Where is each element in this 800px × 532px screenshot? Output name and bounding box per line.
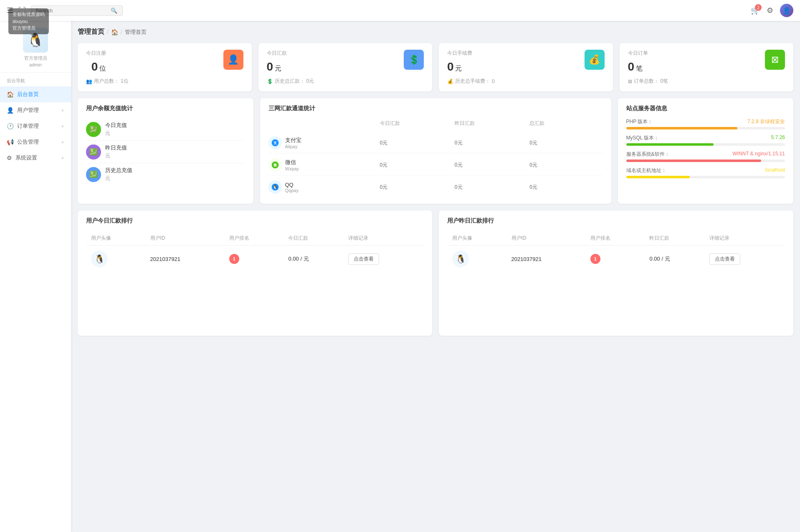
alipay-logo: 支 xyxy=(268,136,282,149)
col-userid-today: 用户ID xyxy=(145,231,224,246)
recharge-today: 💹 今日充值 元 xyxy=(86,118,245,141)
qq-today: 0元 xyxy=(380,177,453,197)
logo-image: 🐧 xyxy=(23,28,48,53)
stat-card-handling-fee: 今日手续费 0 元 💰 💰 历史总手续费： 0 xyxy=(439,43,613,91)
recharge-today-icon: 💹 xyxy=(86,122,101,137)
users-expand-icon[interactable]: + xyxy=(61,107,64,114)
td-detail-today: 点击查看 xyxy=(343,246,424,273)
ranking-today-table: 用户头像 用户ID 用户排名 今日汇款 详细记录 🐧 20210379 xyxy=(86,231,424,272)
stat-ord-label: 今日订单 xyxy=(628,50,648,57)
col-avatar-today: 用户头像 xyxy=(86,231,145,246)
stat-ord-footer-icon: ⊠ xyxy=(628,79,632,84)
stat-rem-unit: 元 xyxy=(275,65,281,72)
recharge-yesterday-icon: 💹 xyxy=(86,144,101,160)
topbar: ☰ ⛶ 🔍 🛒 2 ⚙ 👤 xyxy=(0,0,800,21)
sidebar-item-orders[interactable]: 🕐 订单管理 + xyxy=(0,118,71,134)
user-avatar[interactable]: 👤 xyxy=(780,4,793,17)
stat-fee-icon: 💰 xyxy=(585,50,605,70)
stat-ord-footer: ⊠ 订单总数： 0笔 xyxy=(628,78,785,85)
recharge-today-label: 今日充值 xyxy=(105,122,127,129)
stat-cards-row: 今日注册 0 位 👤 👥 用户总数： 1位 xyxy=(78,43,793,91)
expand-icon[interactable]: ⛶ xyxy=(18,6,26,15)
alipay-total: 0元 xyxy=(529,133,603,153)
sidebar-item-home-label: 后台首页 xyxy=(17,91,39,98)
sidebar-item-home[interactable]: 🏠 后台首页 xyxy=(0,86,71,102)
server-mysql: MySQL 版本： 5.7.26 xyxy=(626,134,785,146)
server-os: 服务器系统&软件： WINNT & nginx/1.15.11 xyxy=(626,151,785,162)
recharge-today-value: 元 xyxy=(105,130,127,137)
alipay-yesterday: 0元 xyxy=(455,133,528,153)
search-box: 🔍 xyxy=(31,5,123,16)
server-title: 站点服务器信息 xyxy=(626,105,785,112)
notification-badge: 2 xyxy=(755,4,762,11)
breadcrumb-current: 管理首页 xyxy=(125,28,147,36)
recharge-history-value: 元 xyxy=(105,175,132,182)
col-rank-today: 用户排名 xyxy=(224,231,284,246)
settings-expand-icon[interactable]: + xyxy=(61,155,64,161)
stat-card-registrations: 今日注册 0 位 👤 👥 用户总数： 1位 xyxy=(78,43,252,91)
ch-header-name xyxy=(268,118,378,131)
stat-card-remittance: 今日汇款 0 元 💲 💲 历史总汇款： 0元 xyxy=(258,43,433,91)
col-rank-yest: 用户排名 xyxy=(585,231,645,246)
users-icon: 👤 xyxy=(7,107,14,114)
stat-reg-label: 今日注册 xyxy=(86,50,106,57)
notification-bell-wrap[interactable]: 🛒 2 xyxy=(751,6,760,15)
stat-reg-unit: 位 xyxy=(99,65,106,72)
stat-reg-icon: 👤 xyxy=(223,50,243,70)
wechat-yesterday: 0元 xyxy=(455,155,528,175)
avatar-qq-yest: 🐧 xyxy=(452,251,469,267)
view-detail-today-btn[interactable]: 点击查看 xyxy=(348,253,379,265)
channels-card: 三网汇款通道统计 今日汇款 昨日汇款 总汇款 支 支付宝 Alipay xyxy=(260,98,611,204)
topbar-left: ☰ ⛶ 🔍 xyxy=(7,5,123,16)
stat-rem-footer-icon: 💲 xyxy=(267,79,273,84)
col-amount-yest: 昨日汇款 xyxy=(644,231,704,246)
sidebar-item-users-label: 用户管理 xyxy=(17,106,39,114)
channel-qq-name: 🐧 QQ Qqpay xyxy=(268,177,378,197)
td-avatar-today: 🐧 xyxy=(86,246,145,273)
sidebar: 🐧 官方管理员 admin 后台导航 🏠 后台首页 👤 用户管理 + 🕐 订单管… xyxy=(0,0,71,532)
settings-icon: ⚙ xyxy=(7,155,12,161)
svg-text:🐧: 🐧 xyxy=(273,184,278,190)
orders-icon: 🕐 xyxy=(7,123,14,129)
view-detail-yest-btn[interactable]: 点击查看 xyxy=(709,253,740,265)
wechat-total: 0元 xyxy=(529,155,603,175)
stat-fee-unit: 元 xyxy=(455,65,462,72)
server-php: PHP 版本： 7.2.9 非绿程安全 xyxy=(626,118,785,129)
ranking-today-card: 用户今日汇款排行 用户头像 用户ID 用户排名 今日汇款 详细记录 xyxy=(78,210,432,336)
main-content: 管理首页 / 🏠 / 管理首页 今日注册 0 位 👤 xyxy=(71,0,800,532)
wechat-logo: 微 xyxy=(268,158,282,172)
menu-icon[interactable]: ☰ xyxy=(7,6,13,15)
bottom-rankings: 用户今日汇款排行 用户头像 用户ID 用户排名 今日汇款 详细记录 xyxy=(78,210,793,336)
channels-title: 三网汇款通道统计 xyxy=(268,105,603,112)
gear-icon[interactable]: ⚙ xyxy=(767,6,773,15)
stat-rem-label: 今日汇款 xyxy=(267,50,287,57)
search-input[interactable] xyxy=(35,8,111,14)
sidebar-item-users[interactable]: 👤 用户管理 + xyxy=(0,102,71,118)
td-rank-yest: 1 xyxy=(585,246,645,273)
svg-text:微: 微 xyxy=(273,163,277,167)
td-userid-today: 2021037921 xyxy=(145,246,224,273)
orders-expand-icon[interactable]: + xyxy=(61,123,64,129)
server-card: 站点服务器信息 PHP 版本： 7.2.9 非绿程安全 MySQL 版本： 5.… xyxy=(618,98,794,204)
recharge-card: 用户余额充值统计 💹 今日充值 元 💹 昨日充值 元 💹 xyxy=(78,98,253,204)
sidebar-item-orders-label: 订单管理 xyxy=(17,122,39,130)
announcements-icon: 📢 xyxy=(7,139,14,145)
sidebar-nav-label: 后台导航 xyxy=(0,73,71,86)
sidebar-item-announcements[interactable]: 📢 公告管理 + xyxy=(0,134,71,150)
stat-fee-value: 0 xyxy=(447,60,454,73)
avatar-qq-today: 🐧 xyxy=(91,251,108,267)
announcements-expand-icon[interactable]: + xyxy=(61,139,64,145)
sidebar-logo: 🐧 官方管理员 admin xyxy=(0,21,71,73)
col-detail-today: 详细记录 xyxy=(343,231,424,246)
breadcrumb-home-icon[interactable]: 🏠 xyxy=(111,29,118,35)
qq-logo: 🐧 xyxy=(268,180,282,194)
server-domain: 域名或主机地址： localhost xyxy=(626,167,785,178)
sidebar-item-settings[interactable]: ⚙ 系统设置 + xyxy=(0,150,71,166)
stat-rem-footer: 💲 历史总汇款： 0元 xyxy=(267,78,424,85)
stat-card-orders: 今日订单 0 笔 ⊠ ⊠ 订单总数： 0笔 xyxy=(620,43,794,91)
recharge-title: 用户余额充值统计 xyxy=(86,105,245,112)
home-icon: 🏠 xyxy=(7,91,14,98)
recharge-history-label: 历史总充值 xyxy=(105,167,132,174)
qq-yesterday: 0元 xyxy=(455,177,528,197)
stat-fee-footer-icon: 💰 xyxy=(447,79,453,84)
